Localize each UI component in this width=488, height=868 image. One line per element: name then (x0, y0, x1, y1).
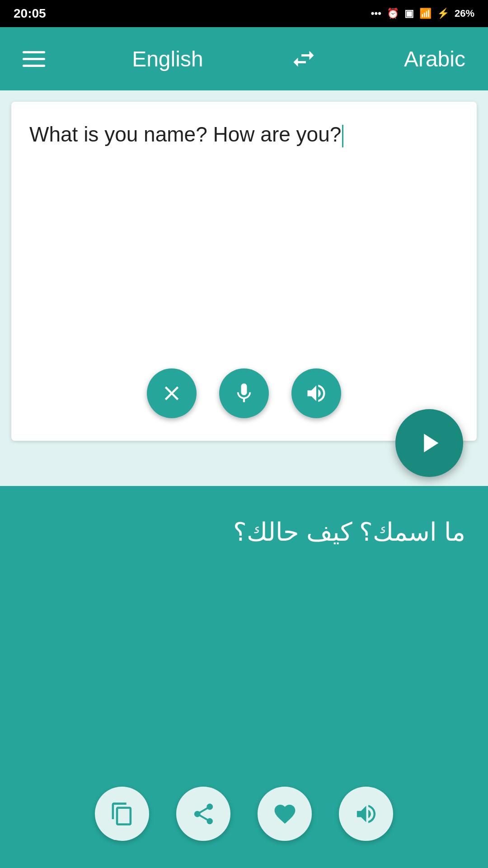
signal-icon: 📶 (419, 8, 432, 19)
toolbar: English Arabic (0, 27, 488, 90)
favorite-button[interactable] (258, 787, 312, 841)
microphone-button[interactable] (219, 368, 269, 418)
input-text-display[interactable]: What is you name? How are you? (29, 120, 459, 149)
output-panel: ما اسمك؟ كيف حالك؟ (0, 486, 488, 868)
text-cursor (342, 125, 343, 147)
source-language-button[interactable]: English (132, 47, 203, 71)
input-speaker-button[interactable] (291, 368, 341, 418)
sim-icon: ▣ (404, 8, 414, 19)
target-language-button[interactable]: Arabic (404, 47, 465, 71)
battery-level: 26% (455, 8, 474, 19)
input-panel: What is you name? How are you? (11, 102, 477, 441)
output-text: ما اسمك؟ كيف حالك؟ (23, 513, 465, 551)
menu-button[interactable] (23, 51, 45, 67)
share-button[interactable] (176, 787, 230, 841)
status-icons: ••• ⏰ ▣ 📶 ⚡ 26% (371, 8, 474, 19)
status-time: 20:05 (14, 6, 46, 21)
output-actions (95, 787, 393, 841)
input-actions (147, 368, 341, 418)
charging-icon: ⚡ (437, 8, 449, 19)
clear-button[interactable] (147, 368, 197, 418)
translate-button[interactable] (395, 409, 463, 477)
main-content: What is you name? How are you? (0, 90, 488, 868)
output-speaker-button[interactable] (339, 787, 393, 841)
more-icon: ••• (371, 8, 381, 19)
alarm-icon: ⏰ (387, 8, 399, 19)
swap-languages-button[interactable] (290, 45, 317, 72)
copy-button[interactable] (95, 787, 149, 841)
status-bar: 20:05 ••• ⏰ ▣ 📶 ⚡ 26% (0, 0, 488, 27)
